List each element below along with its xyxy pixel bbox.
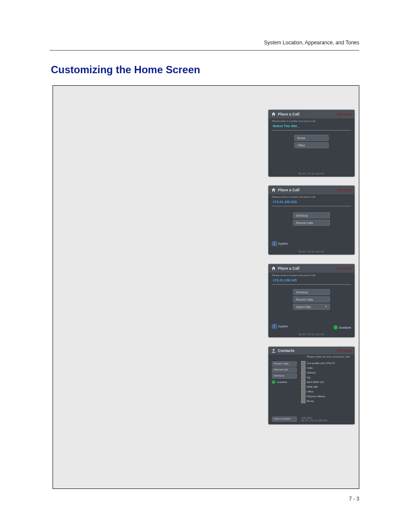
- list-item[interactable]: Cos-profile-conf_POLYC: [301, 361, 351, 365]
- dial-input[interactable]: 172.21.120.145: [272, 277, 351, 285]
- list-item[interactable]: Office: [301, 389, 351, 394]
- contact-icon: [301, 385, 305, 389]
- home-icon: [271, 266, 276, 271]
- screen-title: Place a Call: [278, 188, 299, 192]
- title-bar: Place a Call POLYCOM: [268, 264, 355, 273]
- page-title: Customizing the Home Screen: [51, 64, 200, 76]
- ip-footer: My IP: 172.21.118.147: [268, 172, 355, 175]
- figure-frame: Place a Call POLYCOM Please enter a numb…: [53, 85, 359, 489]
- system-button[interactable]: iSystem: [272, 241, 288, 246]
- contact-icon: [301, 361, 305, 365]
- title-bar: Place a Call POLYCOM: [268, 186, 355, 194]
- list-item[interactable]: HDX 8000 113: [301, 380, 351, 384]
- presence-status[interactable]: Available: [333, 325, 351, 330]
- dial-input[interactable]: 172.21.103.223: [272, 199, 351, 206]
- presence-icon: [272, 380, 275, 384]
- contacts-list: Cos-profile-conf_POLYC Celia Celia(1) Gg…: [299, 361, 351, 404]
- prompt-text: Please enter a number and press Call.: [268, 194, 355, 199]
- contact-icon: [301, 375, 305, 380]
- contact-icon: [301, 366, 305, 370]
- site-button-2[interactable]: Office: [294, 142, 329, 148]
- list-item[interactable]: Celia: [301, 366, 351, 370]
- screenshot-simple: Place a Call POLYCOM Please enter a numb…: [268, 110, 355, 177]
- info-icon: i: [272, 241, 277, 246]
- header-rule: [50, 50, 359, 51]
- list-item[interactable]: MAE K80: [301, 385, 351, 389]
- speed-dial-dropdown[interactable]: Speed Dial▾: [293, 304, 330, 310]
- directory-button[interactable]: Directory: [293, 289, 330, 295]
- contact-icon: [301, 394, 305, 398]
- list-item[interactable]: Gg: [301, 375, 351, 380]
- device-info: HJZ QDX My IP: 172.21.103.143: [301, 417, 327, 422]
- contact-icon: [301, 370, 305, 375]
- list-item[interactable]: Polycom Stereo: [301, 394, 351, 398]
- ip-footer: My IP: 172.21.118.147: [268, 250, 355, 253]
- brand-logo: POLYCOM: [337, 113, 352, 116]
- ip-footer: My IP: 172.21.118.147: [268, 333, 355, 336]
- list-item[interactable]: Celia(1): [301, 370, 351, 375]
- home-icon: [271, 187, 276, 193]
- contacts-sidebar: Recent Calls Manual Call Directory Avail…: [272, 361, 299, 404]
- svg-point-0: [273, 349, 274, 351]
- system-button[interactable]: iSystem: [272, 324, 288, 329]
- recent-calls-button[interactable]: Recent Calls: [293, 296, 330, 302]
- info-icon: i: [272, 324, 277, 329]
- directory-button[interactable]: Directory: [293, 212, 330, 218]
- contact-icon: [301, 389, 305, 394]
- title-bar: Place a Call POLYCOM: [268, 110, 355, 118]
- screen-title: Place a Call: [278, 112, 299, 116]
- title-bar: Contacts POLYCOM: [268, 347, 355, 355]
- list-item[interactable]: Rome: [301, 399, 351, 403]
- manual-call-button[interactable]: Manual Call: [272, 367, 297, 373]
- screenshot-contacts: Contacts POLYCOM Please select an entry …: [268, 347, 355, 424]
- contacts-icon: [271, 348, 276, 353]
- page-number: 7 - 3: [349, 496, 359, 502]
- screen-title: Place a Call: [278, 266, 299, 271]
- contact-icon: [301, 399, 305, 403]
- running-header: System Location, Appearance, and Tones: [264, 40, 359, 46]
- presence-status[interactable]: Available: [272, 380, 299, 384]
- screenshot-directory: Place a Call POLYCOM Please enter a numb…: [268, 186, 355, 255]
- home-icon: [271, 112, 276, 117]
- brand-logo: POLYCOM: [337, 189, 352, 192]
- contact-icon: [301, 380, 305, 384]
- screenshot-speeddial: Place a Call POLYCOM Please enter a numb…: [268, 264, 355, 337]
- directory-button[interactable]: Directory: [272, 373, 297, 379]
- presence-icon: [333, 325, 338, 330]
- dial-input[interactable]: Select The Site_: [272, 123, 351, 131]
- site-button-1[interactable]: Rome: [294, 135, 329, 141]
- brand-logo: POLYCOM: [337, 349, 352, 352]
- prompt-text: Please enter a number and press Call.: [268, 118, 355, 123]
- prompt-text: Please enter a number and press Call.: [268, 273, 355, 277]
- recent-calls-button[interactable]: Recent Calls: [293, 220, 330, 226]
- screen-title: Contacts: [278, 348, 295, 353]
- add-contact-button[interactable]: Add a Contact: [272, 417, 297, 422]
- prompt-text: Please select an entry and press Call.: [268, 355, 355, 360]
- chevron-down-icon: ▾: [325, 305, 327, 308]
- brand-logo: POLYCOM: [337, 267, 352, 270]
- recent-calls-button[interactable]: Recent Calls: [272, 361, 297, 367]
